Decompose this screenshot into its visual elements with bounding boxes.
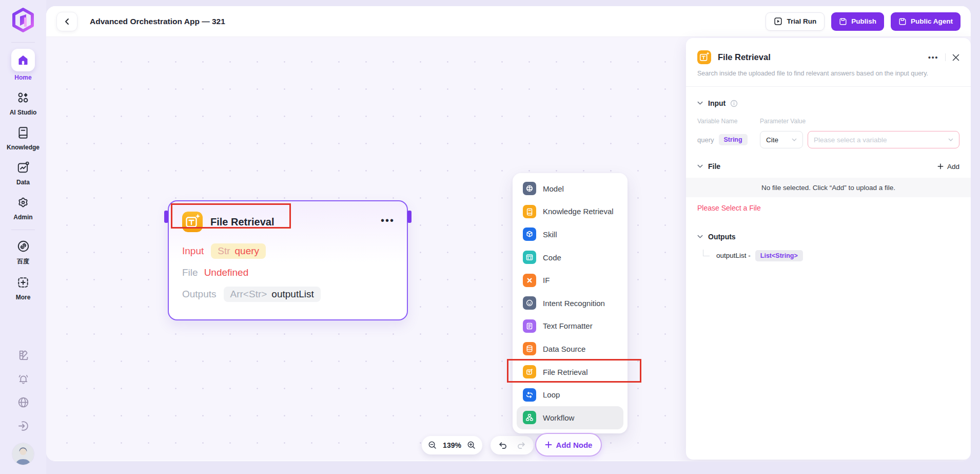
file-retrieval-panel-icon: [697, 50, 711, 64]
back-chevron-icon: [64, 18, 71, 25]
sidebar: Home AI Studio Knowledge Data Admin: [0, 0, 46, 474]
zoom-out-button[interactable]: [428, 441, 437, 450]
node-config-panel: File Retrieval ••• Search inside the upl…: [686, 38, 971, 460]
node-outputs-row: Outputs Arr<Str> outputList: [182, 287, 394, 302]
node-menu-button[interactable]: •••: [381, 220, 395, 223]
trial-run-button[interactable]: Trial Run: [766, 12, 825, 31]
variable-select-placeholder: Please select a variable: [814, 136, 887, 144]
workflow-icon: [525, 413, 534, 422]
home-icon: [17, 54, 29, 66]
workflow-canvas[interactable]: File Retrieval ••• Input Str query File …: [46, 37, 971, 461]
sidebar-item-admin[interactable]: Admin: [13, 194, 32, 221]
user-avatar[interactable]: [12, 443, 34, 465]
sidebar-item-label: More: [16, 294, 31, 301]
node-output-port[interactable]: [407, 211, 411, 223]
ai-studio-icon: [16, 91, 30, 104]
more-add-icon: [16, 276, 30, 289]
palette-item-file-retrieval[interactable]: File Retrieval: [517, 361, 623, 384]
book-icon: [525, 207, 534, 216]
output-item-row: outputList - List<String>: [697, 250, 959, 261]
globe-icon[interactable]: [17, 396, 30, 409]
public-agent-button[interactable]: Public Agent: [891, 12, 961, 31]
zoom-out-icon: [428, 441, 437, 450]
sidebar-item-label: Home: [14, 74, 31, 81]
sidebar-item-label: Admin: [13, 214, 32, 221]
palette-item-text-formatter[interactable]: Text Formatter: [517, 315, 623, 338]
sidebar-item-label: 百度: [17, 257, 29, 266]
sidebar-divider: [11, 230, 35, 230]
code-icon: [525, 253, 534, 261]
node-file-label: File: [182, 267, 198, 278]
panel-menu-button[interactable]: •••: [928, 53, 938, 62]
output-name: outputList -: [716, 252, 751, 259]
redo-button[interactable]: [517, 441, 526, 450]
undo-button[interactable]: [498, 441, 507, 450]
sidebar-item-baidu[interactable]: 百度: [14, 237, 32, 266]
save-icon: [898, 17, 907, 26]
logout-icon[interactable]: [17, 420, 30, 432]
plus-icon: [545, 441, 552, 448]
admin-gear-icon: [16, 196, 30, 209]
palette-item-data-source[interactable]: Data Source: [517, 337, 623, 361]
zoom-toolbar: 139%: [422, 436, 482, 454]
back-button[interactable]: [56, 12, 77, 31]
knowledge-icon: [16, 126, 30, 139]
add-node-button[interactable]: Add Node: [535, 433, 602, 457]
node-input-row: Input Str query: [182, 243, 394, 259]
node-file-row: File Undefined: [182, 267, 394, 278]
node-file-value: Undefined: [204, 267, 249, 278]
redo-icon: [517, 441, 526, 450]
file-section-header[interactable]: File Add: [697, 162, 959, 170]
panel-actions-divider: [945, 53, 946, 61]
chevron-down-icon: [792, 138, 797, 142]
file-retrieval-icon: [525, 368, 534, 376]
file-retrieval-node-icon: [182, 212, 203, 232]
sidebar-divider: [11, 42, 35, 43]
notifications-bell-icon[interactable]: [17, 372, 30, 385]
panel-title: File Retrieval: [718, 52, 771, 62]
app-logo: [9, 6, 37, 35]
model-icon: [525, 184, 534, 193]
sidebar-item-label: Knowledge: [7, 144, 40, 151]
palette-item-model[interactable]: Model: [517, 177, 623, 200]
save-icon: [839, 17, 847, 26]
input-parameter-row: query String Cite Please select a variab…: [697, 131, 959, 148]
outputs-section-header[interactable]: Outputs: [697, 233, 959, 241]
cite-select[interactable]: Cite: [760, 131, 803, 148]
page-title: Advanced Orchestration App — 321: [90, 17, 225, 26]
top-bar: Advanced Orchestration App — 321 Trial R…: [46, 6, 971, 37]
sidebar-item-home[interactable]: Home: [11, 49, 35, 81]
sidebar-item-knowledge[interactable]: Knowledge: [7, 124, 40, 151]
chevron-down-icon: [697, 101, 703, 105]
palette-item-knowledge-retrieval[interactable]: Knowledge Retrieval: [517, 200, 623, 223]
palette-item-intent-recognition[interactable]: Intent Recognition: [517, 292, 623, 315]
sidebar-item-label: Data: [16, 179, 30, 186]
add-file-button[interactable]: Add: [937, 163, 959, 170]
theme-palette-icon[interactable]: [17, 349, 30, 362]
palette-item-skill[interactable]: Skill: [517, 223, 623, 246]
undo-icon: [498, 441, 507, 450]
palette-item-if[interactable]: IF: [517, 269, 623, 292]
close-icon[interactable]: [952, 54, 959, 61]
database-icon: [525, 345, 534, 353]
file-retrieval-node[interactable]: File Retrieval ••• Input Str query File …: [168, 200, 408, 320]
publish-button[interactable]: Publish: [831, 12, 884, 31]
tree-branch-icon: [703, 250, 710, 256]
node-input-badge: Str query: [211, 243, 266, 259]
chevron-down-icon: [948, 138, 953, 142]
node-input-port[interactable]: [164, 211, 168, 223]
palette-item-workflow[interactable]: Workflow: [517, 406, 623, 429]
branch-x-icon: [525, 276, 534, 285]
file-error-message: Please Select a File: [697, 204, 959, 212]
sidebar-item-data[interactable]: Data: [14, 159, 32, 186]
variable-select[interactable]: Please select a variable: [808, 131, 959, 148]
sidebar-item-ai-studio[interactable]: AI Studio: [10, 89, 37, 116]
zoom-in-icon: [467, 441, 476, 450]
input-section-header[interactable]: Input: [697, 99, 959, 107]
sidebar-item-more[interactable]: More: [14, 274, 32, 301]
plus-icon: [937, 163, 944, 169]
palette-item-loop[interactable]: Loop: [517, 383, 623, 406]
chevron-down-icon: [697, 235, 703, 239]
palette-item-code[interactable]: Code: [517, 246, 623, 269]
zoom-in-button[interactable]: [467, 441, 476, 450]
